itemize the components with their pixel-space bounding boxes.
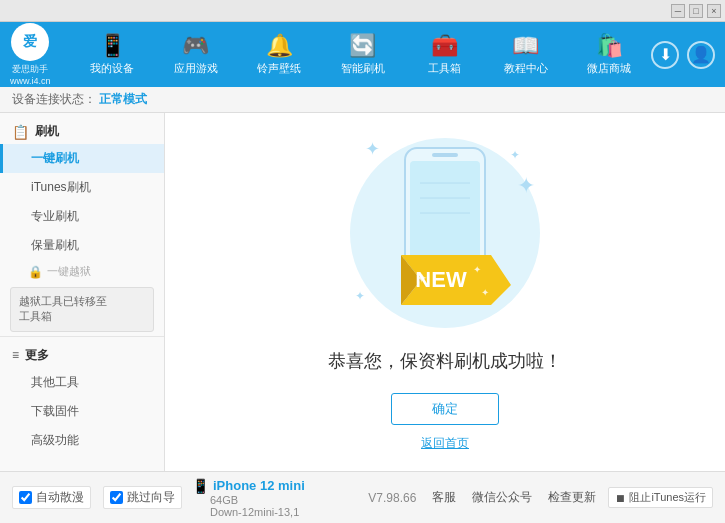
bottom-bar: 自动散漫 跳过向导 📱 iPhone 12 mini 64GB Down-12m… [0,471,725,523]
minimize-button[interactable]: ─ [671,4,685,18]
nav-item-smart-flash[interactable]: 🔄 智能刷机 [331,27,395,82]
sidebar-item-download-fw[interactable]: 下载固件 [0,397,164,426]
svg-text:✦: ✦ [481,287,489,298]
logo-icon: 爱 [11,23,49,61]
device-model: Down-12mini-13,1 [192,506,368,518]
top-nav: 爱 爱思助手 www.i4.cn 📱 我的设备 🎮 应用游戏 🔔 铃声壁纸 🔄 … [0,22,725,87]
confirm-button[interactable]: 确定 [391,393,499,425]
advanced-label: 高级功能 [31,433,79,447]
jailbreak-notice-line1: 越狱工具已转移至 [19,294,145,309]
sidebar-item-save-flash[interactable]: 保量刷机 [0,231,164,260]
main-content: ✦ ✦ ✦ ✦ [165,113,725,471]
nav-label-weidian: 微店商城 [587,61,631,76]
device-name-row: 📱 iPhone 12 mini [192,478,368,494]
my-device-icon: 📱 [99,33,126,59]
locked-label: 一键越狱 [47,264,91,279]
device-name-label: iPhone 12 mini [213,478,305,493]
auto-close-checkbox-item[interactable]: 自动散漫 [12,486,91,509]
skip-wizard-label[interactable]: 跳过向导 [127,489,175,506]
device-capacity: 64GB [192,494,368,506]
maximize-button[interactable]: □ [689,4,703,18]
status-bar: 设备连接状态： 正常模式 [0,87,725,113]
version-label: V7.98.66 [368,491,416,505]
stop-itunes-label: 阻止iTunes运行 [629,490,706,505]
sparkle-3: ✦ [355,289,365,303]
skip-wizard-checkbox[interactable] [110,491,123,504]
save-flash-label: 保量刷机 [31,238,79,252]
lock-icon: 🔒 [28,265,43,279]
back-home-link[interactable]: 返回首页 [421,435,469,452]
new-badge: NEW ✦ ✦ ✦ [401,240,511,313]
logo-area[interactable]: 爱 爱思助手 www.i4.cn [10,23,51,86]
window-controls[interactable]: ─ □ × [671,4,721,18]
more-icon: ≡ [12,348,19,362]
sidebar-locked-jailbreak: 🔒 一键越狱 [0,260,164,283]
logo-url: www.i4.cn [10,76,51,86]
check-update-link[interactable]: 检查更新 [548,489,596,506]
download-button[interactable]: ⬇ [651,41,679,69]
auto-close-label[interactable]: 自动散漫 [36,489,84,506]
auto-close-checkbox[interactable] [19,491,32,504]
sidebar-divider [0,336,164,337]
content-area: 📋 刷机 一键刷机 iTunes刷机 专业刷机 保量刷机 🔒 一键越狱 越狱工具… [0,113,725,471]
more-label: 更多 [25,347,49,364]
bottom-right: V7.98.66 客服 微信公众号 检查更新 [368,489,596,506]
status-label: 设备连接状态： [12,92,96,106]
logo-appname: 爱思助手 [12,63,48,76]
nav-label-toolbox: 工具箱 [428,61,461,76]
checkbox-group: 自动散漫 跳过向导 [12,486,182,509]
sidebar-item-one-key-flash[interactable]: 一键刷机 [0,144,164,173]
jailbreak-notice-line2: 工具箱 [19,309,145,324]
sidebar: 📋 刷机 一键刷机 iTunes刷机 专业刷机 保量刷机 🔒 一键越狱 越狱工具… [0,113,165,471]
nav-label-app-game: 应用游戏 [174,61,218,76]
title-bar: ─ □ × [0,0,725,22]
svg-rect-3 [432,153,458,157]
stop-itunes-icon: ⏹ [615,492,626,504]
nav-label-my-device: 我的设备 [90,61,134,76]
sidebar-item-advanced[interactable]: 高级功能 [0,426,164,455]
tutorial-icon: 📖 [512,33,539,59]
sidebar-item-itunes-flash[interactable]: iTunes刷机 [0,173,164,202]
device-phone-icon: 📱 [192,478,209,494]
nav-item-app-game[interactable]: 🎮 应用游戏 [164,27,228,82]
sidebar-item-pro-flash[interactable]: 专业刷机 [0,202,164,231]
nav-label-tutorial: 教程中心 [504,61,548,76]
stop-itunes-button[interactable]: ⏹ 阻止iTunes运行 [608,487,713,508]
nav-label-ringtone: 铃声壁纸 [257,61,301,76]
pro-flash-label: 专业刷机 [31,209,79,223]
smart-flash-icon: 🔄 [349,33,376,59]
nav-item-my-device[interactable]: 📱 我的设备 [80,27,144,82]
sparkle-2: ✦ [510,148,520,162]
nav-right-buttons: ⬇ 👤 [651,41,715,69]
sidebar-more-header: ≡ 更多 [0,341,164,368]
nav-items: 📱 我的设备 🎮 应用游戏 🔔 铃声壁纸 🔄 智能刷机 🧰 工具箱 📖 [71,27,651,82]
weidian-icon: 🛍️ [596,33,623,59]
user-button[interactable]: 👤 [687,41,715,69]
jailbreak-notice: 越狱工具已转移至 工具箱 [10,287,154,332]
sparkle-1: ✦ [365,138,380,160]
nav-item-toolbox[interactable]: 🧰 工具箱 [414,27,474,82]
success-text: 恭喜您，保资料刷机成功啦！ [328,349,562,373]
nav-item-ringtone[interactable]: 🔔 铃声壁纸 [247,27,311,82]
svg-text:✦: ✦ [416,270,428,286]
close-button[interactable]: × [707,4,721,18]
download-fw-label: 下载固件 [31,404,79,418]
app-game-icon: 🎮 [182,33,209,59]
ringtone-icon: 🔔 [266,33,293,59]
itunes-flash-label: iTunes刷机 [31,180,91,194]
status-value: 正常模式 [99,92,147,106]
nav-item-tutorial[interactable]: 📖 教程中心 [494,27,558,82]
app-container: 爱 爱思助手 www.i4.cn 📱 我的设备 🎮 应用游戏 🔔 铃声壁纸 🔄 … [0,22,725,523]
sparkle-4: ✦ [517,173,535,199]
sidebar-section-flash: 📋 刷机 [0,117,164,144]
flash-section-label: 刷机 [35,123,59,140]
wechat-link[interactable]: 微信公众号 [472,489,532,506]
device-info: 📱 iPhone 12 mini 64GB Down-12mini-13,1 [192,478,368,518]
nav-item-weidian[interactable]: 🛍️ 微店商城 [577,27,641,82]
toolbox-icon: 🧰 [431,33,458,59]
support-link[interactable]: 客服 [432,489,456,506]
sidebar-item-other-tools[interactable]: 其他工具 [0,368,164,397]
skip-wizard-checkbox-item[interactable]: 跳过向导 [103,486,182,509]
nav-label-smart-flash: 智能刷机 [341,61,385,76]
svg-text:✦: ✦ [473,264,481,275]
